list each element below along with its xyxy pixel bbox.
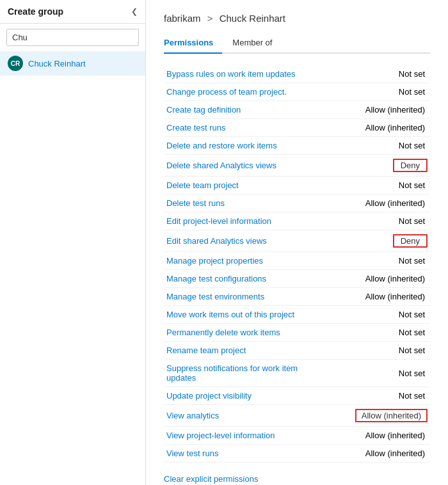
table-row: Manage project propertiesNot set [164, 252, 430, 270]
sidebar-header: Create group ❮ [0, 0, 145, 24]
table-row: Delete test runsAllow (inherited) [164, 195, 430, 212]
permission-name[interactable]: Update project visibility [164, 387, 324, 405]
sidebar: Create group ❮ CR Chuck Reinhart [0, 0, 146, 485]
allow-inherited-badge: Allow (inherited) [355, 409, 428, 422]
table-row: Change process of team project.Not set [164, 83, 430, 101]
permission-value: Not set [324, 324, 430, 342]
breadcrumb-org: fabrikam [164, 13, 201, 24]
permission-name[interactable]: Manage test environments [164, 288, 324, 306]
deny-badge: Deny [393, 234, 428, 248]
permission-value: Allow (inherited) [324, 195, 430, 212]
permission-value: Allow (inherited) [324, 427, 430, 445]
permission-name[interactable]: View project-level information [164, 427, 324, 445]
permission-name[interactable]: Manage project properties [164, 252, 324, 270]
table-row: Create tag definitionAllow (inherited) [164, 101, 430, 119]
permission-value: Allow (inherited) [324, 101, 430, 119]
collapse-icon[interactable]: ❮ [131, 7, 138, 16]
permission-name[interactable]: Delete team project [164, 177, 324, 195]
permission-name[interactable]: Rename team project [164, 342, 324, 360]
permission-name[interactable]: Create test runs [164, 119, 324, 137]
permission-name[interactable]: Edit project-level information [164, 212, 324, 230]
permission-name[interactable]: View test runs [164, 445, 324, 463]
table-row: View project-level informationAllow (inh… [164, 427, 430, 445]
permission-value: Allow (inherited) [324, 270, 430, 288]
permission-value: Deny [324, 155, 430, 177]
table-row: View test runsAllow (inherited) [164, 445, 430, 463]
permission-name[interactable]: Bypass rules on work item updates [164, 65, 324, 83]
permission-value: Not set [324, 65, 430, 83]
permission-name[interactable]: Delete shared Analytics views [164, 155, 324, 177]
main-content: fabrikam > Chuck Reinhart Permissions Me… [146, 0, 448, 485]
breadcrumb-user: Chuck Reinhart [220, 13, 285, 24]
permission-name[interactable]: Manage test configurations [164, 270, 324, 288]
permission-value: Allow (inherited) [324, 445, 430, 463]
permission-name[interactable]: Suppress notifications for work item upd… [164, 360, 324, 387]
table-row: Manage test environmentsAllow (inherited… [164, 288, 430, 306]
permission-value: Not set [324, 360, 430, 387]
permissions-table: Bypass rules on work item updatesNot set… [164, 65, 430, 463]
table-row: Create test runsAllow (inherited) [164, 119, 430, 137]
permission-value: Deny [324, 230, 430, 252]
deny-badge: Deny [393, 159, 428, 172]
permission-value: Allow (inherited) [324, 288, 430, 306]
table-row: Rename team projectNot set [164, 342, 430, 360]
permission-name[interactable]: Create tag definition [164, 101, 324, 119]
breadcrumb: fabrikam > Chuck Reinhart [164, 13, 430, 24]
table-row: Bypass rules on work item updatesNot set [164, 65, 430, 83]
table-row: Permanently delete work itemsNot set [164, 324, 430, 342]
permission-name[interactable]: Change process of team project. [164, 83, 324, 101]
table-row: Suppress notifications for work item upd… [164, 360, 430, 387]
permission-name[interactable]: Move work items out of this project [164, 306, 324, 324]
sidebar-item-label: Chuck Reinhart [28, 59, 86, 68]
permission-value: Not set [324, 212, 430, 230]
permission-name[interactable]: Delete and restore work items [164, 137, 324, 155]
permission-value: Not set [324, 342, 430, 360]
permission-value: Not set [324, 83, 430, 101]
table-row: Delete and restore work itemsNot set [164, 137, 430, 155]
list-item[interactable]: CR Chuck Reinhart [0, 51, 145, 76]
tab-member-of[interactable]: Member of [232, 34, 281, 54]
table-row: Edit project-level informationNot set [164, 212, 430, 230]
permission-name[interactable]: View analytics [164, 405, 324, 427]
permission-name[interactable]: Delete test runs [164, 195, 324, 212]
permission-value: Allow (inherited) [324, 405, 430, 427]
table-row: Update project visibilityNot set [164, 387, 430, 405]
table-row: View analyticsAllow (inherited) [164, 405, 430, 427]
table-row: Edit shared Analytics viewsDeny [164, 230, 430, 252]
search-input[interactable] [6, 29, 139, 46]
permission-value: Not set [324, 306, 430, 324]
permission-name[interactable]: Permanently delete work items [164, 324, 324, 342]
table-row: Move work items out of this projectNot s… [164, 306, 430, 324]
table-row: Manage test configurationsAllow (inherit… [164, 270, 430, 288]
permission-value: Allow (inherited) [324, 119, 430, 137]
permission-name[interactable]: Edit shared Analytics views [164, 230, 324, 252]
clear-explicit-permissions-link[interactable]: Clear explicit permissions [164, 474, 430, 484]
breadcrumb-separator: > [207, 13, 213, 24]
table-row: Delete shared Analytics viewsDeny [164, 155, 430, 177]
permission-value: Not set [324, 177, 430, 195]
tabs: Permissions Member of [164, 34, 430, 54]
permission-value: Not set [324, 137, 430, 155]
permission-value: Not set [324, 387, 430, 405]
sidebar-title: Create group [8, 6, 63, 17]
tab-permissions[interactable]: Permissions [164, 34, 222, 54]
avatar: CR [8, 56, 23, 71]
permission-value: Not set [324, 252, 430, 270]
table-row: Delete team projectNot set [164, 177, 430, 195]
